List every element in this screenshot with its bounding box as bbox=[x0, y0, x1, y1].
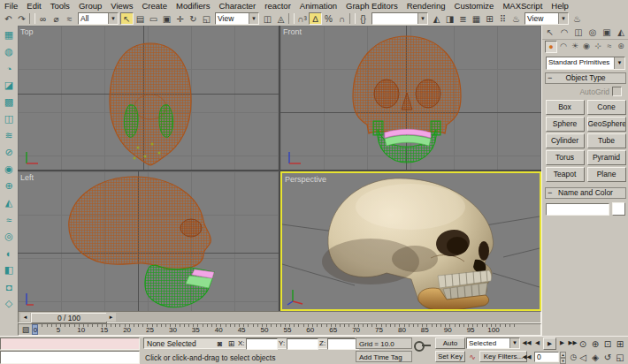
reactor-fracture-icon[interactable]: ⊕ bbox=[1, 178, 17, 194]
quick-render-icon[interactable]: ♨ bbox=[571, 12, 584, 25]
tab-motion-icon[interactable]: ◎ bbox=[586, 27, 599, 38]
redo-icon[interactable]: ↷ bbox=[15, 12, 28, 25]
zoom-all-icon[interactable]: ⊕ bbox=[589, 337, 601, 351]
menu-graph-editors[interactable]: Graph Editors bbox=[341, 1, 402, 11]
named-selection-sets-icon[interactable]: {} bbox=[356, 12, 370, 25]
zoom-icon[interactable]: ⊙ bbox=[577, 337, 589, 351]
use-pivot-point-center-icon[interactable]: ◫ bbox=[261, 12, 274, 25]
track-bar[interactable]: ▧ 05101520253035404550556065707580859095… bbox=[18, 323, 541, 336]
percent-snap-icon[interactable]: % bbox=[322, 12, 335, 25]
category-helpers-icon[interactable]: ⊹ bbox=[593, 41, 603, 51]
viewport-perspective[interactable]: Perspective bbox=[280, 171, 541, 311]
object-type-rollout[interactable]: − Object Type bbox=[545, 72, 626, 84]
menu-views[interactable]: Views bbox=[106, 1, 137, 11]
viewport-label[interactable]: Perspective bbox=[285, 175, 326, 184]
layer-manager-icon[interactable]: ≣ bbox=[456, 12, 470, 25]
unlink-selection-icon[interactable]: ⌀ bbox=[50, 12, 63, 25]
category-cameras-icon[interactable]: ◉ bbox=[581, 41, 592, 51]
category-shapes-icon[interactable]: ◠ bbox=[558, 41, 569, 51]
reactor-toy-car-icon[interactable]: ◭ bbox=[1, 194, 17, 211]
align-icon[interactable]: ◨ bbox=[443, 12, 456, 25]
next-frame-button[interactable]: ▶ bbox=[557, 337, 567, 348]
category-space-warps-icon[interactable]: ≈ bbox=[604, 41, 615, 51]
material-editor-icon[interactable]: ⠿ bbox=[496, 12, 509, 25]
object-color-swatch[interactable] bbox=[612, 202, 625, 216]
chevron-down-icon[interactable]: ▼ bbox=[249, 13, 258, 24]
skull-wireframe-front-view[interactable] bbox=[353, 36, 461, 163]
collapse-icon[interactable]: − bbox=[548, 188, 552, 198]
set-key-button[interactable]: Set Key bbox=[435, 351, 465, 362]
previous-frame-button[interactable]: ◀ bbox=[532, 337, 542, 348]
select-and-move-icon[interactable]: ✛ bbox=[173, 12, 187, 25]
select-and-manipulate-icon[interactable]: ◬ bbox=[274, 12, 287, 25]
object-type-box[interactable]: Box bbox=[546, 100, 585, 115]
reactor-wind-icon[interactable]: ≈ bbox=[1, 211, 17, 228]
skull-wireframe-left-view[interactable] bbox=[69, 177, 214, 307]
menu-edit[interactable]: Edit bbox=[22, 1, 45, 11]
object-type-tube[interactable]: Tube bbox=[587, 133, 626, 148]
time-slider[interactable]: ◂ 0 / 100 ▸ bbox=[18, 311, 541, 323]
menu-create[interactable]: Create bbox=[137, 1, 172, 11]
reactor-spring-icon[interactable]: ≋ bbox=[1, 127, 17, 144]
selection-filter-dropdown[interactable]: All▼ bbox=[78, 12, 119, 25]
chevron-down-icon[interactable]: ▼ bbox=[614, 57, 624, 69]
tab-utilities-icon[interactable]: ◭ bbox=[615, 27, 627, 38]
viewport-top[interactable]: Top bbox=[18, 26, 279, 170]
menu-help[interactable]: Help bbox=[547, 1, 573, 11]
tab-create-icon[interactable]: ↖ bbox=[544, 27, 556, 38]
reactor-analyze-icon[interactable]: ◐ bbox=[1, 245, 17, 262]
time-slider-prev-button[interactable]: ◂ bbox=[20, 313, 30, 322]
select-and-rotate-icon[interactable]: ↻ bbox=[187, 12, 200, 25]
select-by-name-icon[interactable]: ▤ bbox=[134, 12, 147, 25]
key-filters-button[interactable]: Key Filters... bbox=[479, 351, 527, 362]
add-time-tag-button[interactable]: Add Time Tag bbox=[356, 351, 412, 362]
reactor-dashpot-icon[interactable]: ⊘ bbox=[1, 144, 17, 161]
pan-icon[interactable]: ◈ bbox=[589, 351, 601, 364]
menu-customize[interactable]: Customize bbox=[450, 1, 499, 11]
reactor-utilities-icon[interactable]: ◇ bbox=[1, 295, 17, 312]
chevron-down-icon[interactable]: ▼ bbox=[108, 13, 118, 24]
zoom-extents-all-icon[interactable]: ⊞ bbox=[614, 337, 626, 351]
collapse-icon[interactable]: − bbox=[548, 73, 552, 83]
min-max-toggle-icon[interactable]: ◱ bbox=[614, 351, 626, 364]
current-frame-field[interactable]: 0 bbox=[534, 352, 559, 362]
object-type-sphere[interactable]: Sphere bbox=[546, 117, 585, 132]
name-and-color-rollout[interactable]: − Name and Color bbox=[545, 187, 626, 199]
object-type-torus[interactable]: Torus bbox=[546, 150, 585, 165]
reactor-cloth-collection-icon[interactable]: ◍ bbox=[1, 43, 17, 60]
spinner-down-icon[interactable]: ▼ bbox=[560, 358, 566, 364]
undo-icon[interactable]: ↶ bbox=[2, 12, 15, 25]
category-systems-icon[interactable]: ⊛ bbox=[616, 41, 626, 51]
object-type-cone[interactable]: Cone bbox=[587, 100, 626, 115]
field-of-view-icon[interactable]: ◁ bbox=[577, 351, 589, 364]
set-key-curve-icon[interactable]: ∿ bbox=[467, 353, 478, 361]
viewport-label[interactable]: Left bbox=[20, 173, 34, 182]
viewport-left[interactable]: Left bbox=[18, 171, 279, 311]
play-button[interactable]: ▶ bbox=[543, 337, 556, 350]
reference-coordinate-dropdown[interactable]: View▼ bbox=[215, 12, 259, 25]
tab-hierarchy-icon[interactable]: ◫ bbox=[572, 27, 585, 38]
maxscript-mini-listener[interactable] bbox=[0, 351, 140, 364]
menu-rendering[interactable]: Rendering bbox=[402, 1, 450, 11]
render-type-dropdown[interactable]: View▼ bbox=[525, 12, 569, 25]
menu-maxscript[interactable]: MAXScript bbox=[498, 1, 547, 11]
render-scene-icon[interactable]: ♨ bbox=[509, 12, 523, 25]
bind-to-space-warp-icon[interactable]: ≈ bbox=[63, 12, 76, 25]
frame-spinner[interactable]: ▲▼ bbox=[560, 352, 566, 362]
select-and-scale-icon[interactable]: ◱ bbox=[200, 12, 213, 25]
menu-group[interactable]: Group bbox=[74, 1, 106, 11]
angle-snap-icon[interactable]: ∆ bbox=[309, 12, 322, 25]
object-name-field[interactable] bbox=[546, 203, 609, 216]
chevron-down-icon[interactable]: ▼ bbox=[558, 13, 568, 24]
curve-editor-icon[interactable]: ▦ bbox=[470, 12, 483, 25]
zoom-extents-icon[interactable]: ⊡ bbox=[601, 337, 614, 351]
reactor-rope-collection-icon[interactable]: ◪ bbox=[1, 77, 17, 94]
viewport-front-canvas[interactable] bbox=[280, 26, 541, 170]
y-coordinate-field[interactable] bbox=[287, 338, 318, 350]
x-coordinate-field[interactable] bbox=[246, 338, 278, 350]
menu-reactor[interactable]: reactor bbox=[260, 1, 295, 11]
object-type-pyramid[interactable]: Pyramid bbox=[587, 150, 626, 165]
go-to-start-button[interactable]: ◀◀ bbox=[522, 337, 532, 348]
absolute-mode-icon[interactable]: ⊞ bbox=[226, 339, 236, 348]
menu-file[interactable]: File bbox=[0, 1, 22, 11]
